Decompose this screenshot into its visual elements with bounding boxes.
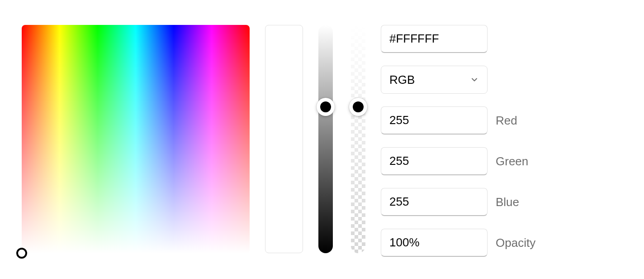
green-input[interactable] xyxy=(381,147,488,175)
color-picker: RGB Red Green Blue Opacity xyxy=(22,25,622,257)
green-label: Green xyxy=(496,154,528,168)
blue-label: Blue xyxy=(496,195,519,209)
opacity-slider[interactable] xyxy=(351,25,365,253)
format-select-value: RGB xyxy=(389,73,415,87)
hex-row xyxy=(381,25,535,53)
format-select[interactable]: RGB xyxy=(381,66,488,94)
hex-input[interactable] xyxy=(381,25,488,53)
slider-group xyxy=(318,25,365,253)
chevron-down-icon xyxy=(470,75,479,84)
lightness-slider-handle xyxy=(317,98,335,116)
color-area[interactable] xyxy=(22,25,250,253)
blue-row: Blue xyxy=(381,188,535,216)
opacity-slider-handle xyxy=(349,98,367,116)
red-label: Red xyxy=(496,114,517,128)
opacity-label: Opacity xyxy=(496,236,535,250)
opacity-input[interactable] xyxy=(381,229,488,257)
slider-handle-dot xyxy=(353,101,364,112)
blue-input[interactable] xyxy=(381,188,488,216)
format-row: RGB xyxy=(381,66,535,94)
red-row: Red xyxy=(381,106,535,135)
lightness-slider[interactable] xyxy=(318,25,333,253)
color-area-handle xyxy=(16,248,27,259)
opacity-row: Opacity xyxy=(381,229,535,257)
green-row: Green xyxy=(381,147,535,175)
red-input[interactable] xyxy=(381,106,488,135)
slider-handle-dot xyxy=(320,101,331,112)
color-swatch xyxy=(265,25,303,253)
field-group: RGB Red Green Blue Opacity xyxy=(381,25,535,257)
